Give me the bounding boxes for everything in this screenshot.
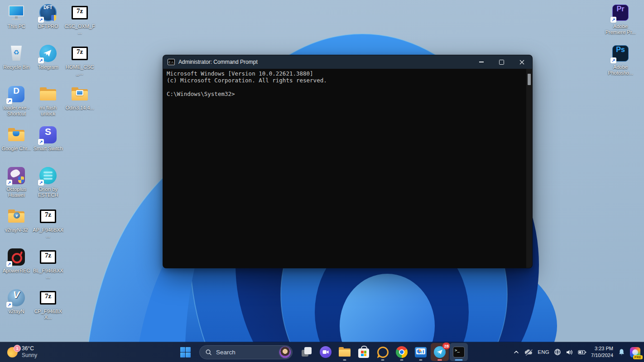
desktop-icon-label: v2rayN [1, 309, 32, 314]
speaker-icon [566, 349, 573, 356]
folder-img-icon [71, 85, 89, 103]
recycle-icon: ♻ [7, 44, 25, 62]
desktop-icon-home-csc[interactable]: 7zHOME_CSC_... [64, 44, 95, 76]
desktop-icon-recycle-bin[interactable]: ♻Recycle Bin [1, 44, 32, 70]
taskbar-app-office-stats[interactable] [412, 343, 430, 361]
windows-start-icon [180, 347, 191, 357]
clock[interactable]: 3:23 PM 7/10/2024 [591, 345, 613, 359]
close-button[interactable] [512, 55, 532, 69]
desktop-icon-label: ApowerREC [1, 268, 32, 274]
cmd-window-icon: C:\ [168, 59, 175, 65]
desktop-icon-this-pc[interactable]: This PC [1, 4, 32, 29]
file-explorer-icon [338, 347, 351, 357]
maximize-icon [499, 60, 504, 65]
desktop-icon-telegram[interactable]: ↗Telegram [33, 44, 63, 70]
taskbar-app-microsoft-store[interactable] [355, 343, 373, 361]
taskbar-app-alexa[interactable] [374, 343, 392, 361]
running-indicator [381, 359, 384, 361]
chrome-icon [396, 346, 408, 358]
desktop-icon-apowerrec[interactable]: ↗ApowerREC [1, 248, 32, 274]
desktop-icon-loader-exe-shortcut[interactable]: D↗loader.exe - Shortcut [1, 85, 32, 117]
notification-bell[interactable] [618, 348, 625, 356]
folder-icon [39, 85, 57, 103]
notification-badge: 28 [442, 343, 450, 349]
cloud-slash-icon [524, 349, 533, 356]
desktop-icon-bl-f946bxx[interactable]: 7zBL_F946BXX... [33, 248, 63, 280]
shortcut-arrow-icon: ↗ [610, 57, 616, 63]
desktop-icon-dftpro[interactable]: DFT↗DFTPRO [33, 4, 63, 29]
search-icon [205, 349, 212, 356]
running-indicator [343, 359, 346, 361]
desktop-icon-orion-by-estech[interactable]: ↗Orion by ESTECH [33, 167, 63, 198]
cmd-titlebar[interactable]: C:\ Administrator: Command Prompt [163, 55, 532, 69]
desktop-icon-label: mi flash unlock [33, 105, 63, 117]
hidden-icons-chevron[interactable] [513, 349, 519, 355]
alexa-icon [377, 347, 389, 358]
language-indicator[interactable]: ENG [538, 349, 549, 355]
this-pc-icon [7, 4, 25, 22]
cmd-scrollbar[interactable] [526, 69, 532, 268]
taskbar-app-task-view[interactable] [298, 343, 316, 361]
desktop-icon-adobe-photosho[interactable]: Ps↗Adobe Photosho... [605, 44, 636, 76]
desktop-icon-label: Octoplus Huawei [1, 186, 32, 198]
shortcut-arrow-icon: ↗ [6, 180, 12, 186]
taskbar-app-chat[interactable] [317, 343, 335, 361]
desktop-icon-odin3-14-4[interactable]: Odin3.14.4... [64, 85, 95, 111]
desktop-icon-cp-f946bxx[interactable]: 7zCP_F946BXX... [33, 289, 63, 320]
onedrive-tray-icon[interactable] [524, 349, 533, 356]
sun-icon: 1 [7, 347, 18, 357]
dftpro-icon: DFT↗ [39, 4, 57, 22]
weather-widget[interactable]: 1 36°C Sunny [5, 342, 40, 362]
search-box[interactable]: Search [199, 345, 293, 359]
shortcut-arrow-icon: ↗ [6, 261, 12, 267]
taskbar-app-chrome[interactable] [393, 343, 411, 361]
desktop-icon-label: Google Chr... [1, 146, 32, 152]
cmd-terminal-area[interactable]: Microsoft Windows [Version 10.0.22621.38… [163, 69, 532, 268]
maximize-button[interactable] [491, 55, 512, 69]
desktop-icon-label: v2rayN-32 [1, 227, 32, 233]
desktop-icon-ap-f946bxx[interactable]: 7zAP_F946BXX... [33, 207, 63, 239]
7z-icon: 7z [39, 207, 57, 225]
copilot-pre-badge: PRE [633, 355, 643, 359]
battery-tray-icon[interactable] [578, 349, 586, 355]
desktop-icon-adobe-premiere-pr[interactable]: Pr↗Adobe Premiere Pr... [605, 4, 636, 35]
desktop-icon-label: Recycle Bin [1, 64, 32, 70]
desktop-icon-google-chr[interactable]: Google Chr... [1, 126, 32, 152]
desktop-icon-label: Orion by ESTECH [33, 186, 63, 198]
taskbar-app-command-prompt[interactable]: >_ [450, 343, 468, 361]
cmd-scrollbar-thumb[interactable] [528, 74, 531, 85]
bell-icon [618, 348, 625, 356]
desktop-icon-label: loader.exe - Shortcut [1, 105, 32, 117]
shortcut-arrow-icon: ↗ [38, 17, 44, 23]
octoplus-icon: ↗ [7, 167, 25, 185]
desktop-icon-mi-flash-unlock[interactable]: mi flash unlock [33, 85, 63, 117]
7z-icon: 7z [39, 248, 57, 266]
desktop-icon-octoplus-huawei[interactable]: ↗Octoplus Huawei [1, 167, 32, 198]
folder-v-icon: v [7, 207, 25, 225]
start-button[interactable] [176, 343, 194, 361]
widget-notification-badge: 1 [14, 345, 21, 352]
desktop-icon-smart-switch[interactable]: S↗Smart Switch [33, 126, 63, 152]
desktop-icon-v2rayn-32[interactable]: vv2rayN-32 [1, 207, 32, 233]
volume-tray-icon[interactable] [566, 349, 573, 356]
telegram-icon: ↗ [39, 44, 57, 62]
search-highlight-image[interactable] [279, 347, 291, 358]
cmd-window-title: Administrator: Command Prompt [178, 59, 258, 65]
tray-time: 3:23 PM [591, 345, 613, 352]
taskbar-app-telegram[interactable]: 28 [431, 343, 449, 361]
weather-condition: Sunny [22, 352, 37, 359]
network-tray-icon[interactable] [554, 348, 561, 356]
running-indicator [419, 359, 423, 361]
desktop-icon-v2rayn[interactable]: V↗v2rayN [1, 289, 32, 314]
search-placeholder: Search [216, 349, 275, 356]
desktop-icon-label: DFTPRO [33, 24, 63, 29]
copilot-button[interactable]: PRE [630, 347, 640, 357]
cmd-output: Microsoft Windows [Version 10.0.22621.38… [163, 69, 532, 99]
minimize-button[interactable] [471, 55, 491, 69]
7z-icon: 7z [71, 44, 89, 62]
taskbar: 1 36°C Sunny Search 28>_ [0, 342, 644, 362]
apower-icon: ↗ [7, 248, 25, 266]
desktop-icon-csc-oxm-f[interactable]: 7zCSC_OXM_F... [64, 4, 95, 35]
taskbar-app-file-explorer[interactable] [336, 343, 354, 361]
desktop-icon-label: Adobe Photosho... [605, 64, 636, 76]
